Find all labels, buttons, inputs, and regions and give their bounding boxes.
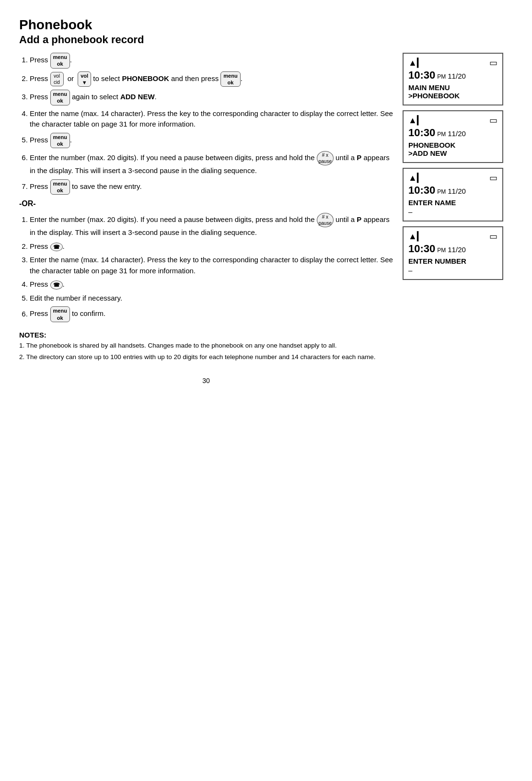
screen4-time-line: 10:30PM 11/20 xyxy=(408,243,497,255)
menu-ok-icon-3: menuok xyxy=(50,90,70,105)
screen3-ampm: PM xyxy=(437,188,446,195)
screen4-cursor: – xyxy=(408,266,497,274)
screen2-line2: >ADD NEW xyxy=(408,149,497,157)
or-step-5: Edit the number if necessary. xyxy=(30,293,393,304)
screen2-date: 11/20 xyxy=(448,129,466,138)
screen3-line1: ENTER NAME xyxy=(408,198,497,207)
steps-or-list: Enter the number (max. 20 digits). If yo… xyxy=(19,213,393,322)
menu-ok-icon-or6: menuok xyxy=(50,306,70,322)
left-column: Press menuok. Press volcid or vol▼ to se… xyxy=(19,53,403,385)
pause-icon-2: # xpause xyxy=(317,213,334,227)
screen3-date: 11/20 xyxy=(448,187,466,195)
menu-ok-icon-5: menuok xyxy=(50,133,70,149)
notes-title: NOTES: xyxy=(19,331,393,339)
or-step-2: Press ☎. xyxy=(30,241,393,252)
screen1-ampm: PM xyxy=(437,73,446,80)
step-3: Press menuok again to select ADD NEW. xyxy=(30,90,393,105)
or-step-3: Enter the name (max. 14 character). Pres… xyxy=(30,255,393,276)
phone-screen-1: ▲▎ ▭ 10:30PM 11/20 MAIN MENU >PHONEBOOK xyxy=(403,53,503,105)
note-2: 2. The directory can store up to 100 ent… xyxy=(19,352,393,362)
screen1-line1: MAIN MENU xyxy=(408,83,497,92)
page-title: Phonebook xyxy=(19,17,513,33)
screen4-time: 10:30 xyxy=(408,243,435,255)
screen3-battery: ▭ xyxy=(489,173,497,183)
screen2-battery: ▭ xyxy=(489,115,497,126)
screen2-ampm: PM xyxy=(437,131,446,138)
screen4-ampm: PM xyxy=(437,247,446,254)
or-section-label: -OR- xyxy=(19,199,393,208)
step-5: Press menuok. xyxy=(30,133,393,149)
screen4-line1: ENTER NUMBER xyxy=(408,257,497,265)
cid-icon: volcid xyxy=(50,72,64,86)
screen4-date: 11/20 xyxy=(448,245,466,254)
vol-icon: vol▼ xyxy=(78,71,91,87)
screen1-time: 10:30 xyxy=(408,69,435,82)
step-7: Press menuok to save the new entry. xyxy=(30,179,393,195)
page-subtitle: Add a phonebook record xyxy=(19,34,513,46)
steps-main-list: Press menuok. Press volcid or vol▼ to se… xyxy=(19,53,393,195)
screen3-top-row: ▲▎ ▭ xyxy=(408,173,497,183)
page-number: 30 xyxy=(19,377,393,385)
step-2: Press volcid or vol▼ to select PHONEBOOK… xyxy=(30,71,393,87)
screen3-time: 10:30 xyxy=(408,184,435,197)
phone-icon-4: ☎ xyxy=(50,280,63,289)
menu-ok-icon-2: menuok xyxy=(220,71,240,87)
phone-screen-3: ▲▎ ▭ 10:30PM 11/20 ENTER NAME – xyxy=(403,168,503,221)
step-1: Press menuok. xyxy=(30,53,393,69)
phone-screen-4: ▲▎ ▭ 10:30PM 11/20 ENTER NUMBER – xyxy=(403,226,503,280)
phone-screen-2: ▲▎ ▭ 10:30PM 11/20 PHONEBOOK >ADD NEW xyxy=(403,110,503,163)
pause-icon-1: # xpause xyxy=(317,151,334,165)
or-step-1: Enter the number (max. 20 digits). If yo… xyxy=(30,213,393,238)
or-step-6: Press menuok to confirm. xyxy=(30,306,393,322)
screen1-signal: ▲▎ xyxy=(408,58,424,67)
screen1-battery: ▭ xyxy=(489,58,497,68)
screen1-line2: >PHONEBOOK xyxy=(408,92,497,100)
notes-section: NOTES: 1. The phonebook is shared by all… xyxy=(19,331,393,362)
or-text-inline: or xyxy=(68,74,74,82)
screen1-time-line: 10:30PM 11/20 xyxy=(408,69,497,82)
screen2-time-line: 10:30PM 11/20 xyxy=(408,127,497,139)
screen1-date: 11/20 xyxy=(448,72,466,80)
note-1: 1. The phonebook is shared by all handse… xyxy=(19,341,393,350)
right-column: ▲▎ ▭ 10:30PM 11/20 MAIN MENU >PHONEBOOK … xyxy=(403,53,513,385)
screen3-signal: ▲▎ xyxy=(408,174,424,182)
phone-icon-2: ☎ xyxy=(50,243,63,251)
screen4-signal: ▲▎ xyxy=(408,232,424,241)
screen1-top-row: ▲▎ ▭ xyxy=(408,58,497,68)
screen2-top-row: ▲▎ ▭ xyxy=(408,115,497,126)
screen4-battery: ▭ xyxy=(489,231,497,242)
screen2-time: 10:30 xyxy=(408,127,435,139)
main-layout: Press menuok. Press volcid or vol▼ to se… xyxy=(19,53,513,385)
step-4: Enter the name (max. 14 character). Pres… xyxy=(30,108,393,130)
step-6: Enter the number (max. 20 digits). If yo… xyxy=(30,151,393,176)
screen2-signal: ▲▎ xyxy=(408,116,424,125)
screen4-top-row: ▲▎ ▭ xyxy=(408,231,497,242)
screen2-line1: PHONEBOOK xyxy=(408,141,497,149)
menu-ok-icon-1: menuok xyxy=(50,53,70,69)
screen3-time-line: 10:30PM 11/20 xyxy=(408,184,497,197)
screen3-cursor: – xyxy=(408,208,497,216)
menu-ok-icon-7: menuok xyxy=(50,179,70,195)
or-step-4: Press ☎. xyxy=(30,279,393,290)
